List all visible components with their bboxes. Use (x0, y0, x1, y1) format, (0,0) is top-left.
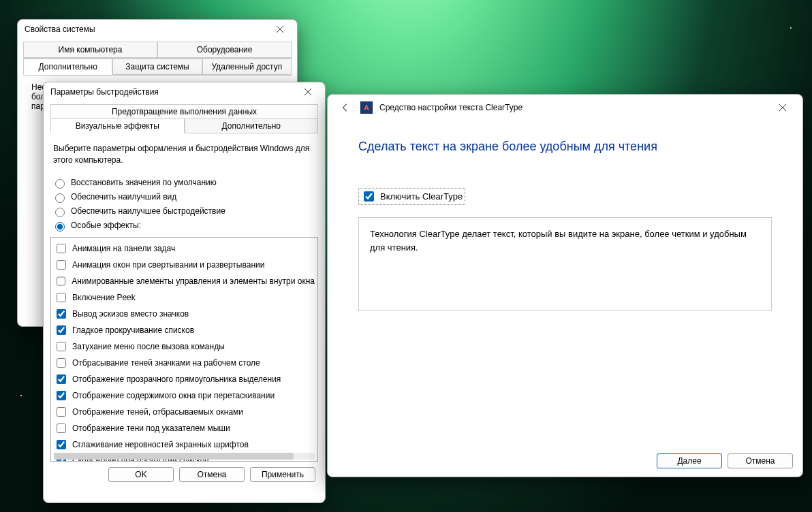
tab-dep[interactable]: Предотвращение выполнения данных (50, 104, 318, 119)
tab-visual-effects[interactable]: Визуальные эффекты (50, 119, 185, 133)
effect-item[interactable]: Отображение теней, отбрасываемых окнами (52, 404, 316, 420)
effect-label: Отбрасывание теней значками на рабочем с… (72, 358, 260, 368)
effect-item[interactable]: Вывод эскизов вместо значков (52, 306, 316, 322)
horizontal-scrollbar[interactable] (54, 453, 315, 460)
cleartype-header: Средство настройки текста ClearType (379, 103, 522, 112)
close-icon (779, 104, 786, 111)
cleartype-icon: A (360, 101, 373, 114)
cancel-button[interactable]: Отмена (728, 453, 793, 468)
effect-label: Сглаживание неровностей экранных шрифтов (72, 440, 249, 449)
effect-label: Отображение теней, отбрасываемых окнами (72, 407, 243, 417)
tab-advanced[interactable]: Дополнительно (185, 119, 319, 133)
effect-label: Анимированные элементы управления и элем… (72, 276, 315, 286)
effect-label: Анимация на панели задач (72, 244, 175, 253)
effect-item[interactable]: Отображение прозрачного прямоугольника в… (52, 371, 316, 387)
cleartype-window: A Средство настройки текста ClearType Сд… (327, 94, 803, 477)
effect-item[interactable]: Отбрасывание теней значками на рабочем с… (52, 355, 316, 371)
performance-options-title: Параметры быстродействия (50, 87, 298, 97)
effect-item[interactable]: Гладкое прокручивание списков (52, 322, 316, 338)
apply-button[interactable]: Применить (250, 467, 315, 482)
effect-label: Анимация окон при свертывании и разверты… (72, 260, 264, 270)
performance-options-window: Параметры быстродействия Предотвращение … (43, 82, 326, 503)
effect-label: Затухание меню после вызова команды (72, 342, 225, 351)
enable-cleartype-checkbox[interactable]: Включить ClearType (358, 188, 465, 205)
perf-description: Выберите параметры оформления и быстроде… (53, 143, 315, 166)
tab-advanced[interactable]: Дополнительно (23, 59, 112, 75)
effect-item[interactable]: Отображение тени под указателем мыши (52, 420, 316, 436)
radio-best-appearance[interactable]: Обеспечить наилучший вид (50, 190, 318, 204)
close-icon (304, 89, 311, 95)
effect-label: Включение Peek (72, 293, 136, 302)
effect-label: Отображение тени под указателем мыши (72, 423, 230, 433)
tab-hardware[interactable]: Оборудование (157, 42, 292, 58)
close-button[interactable] (772, 99, 793, 116)
back-button[interactable] (337, 99, 354, 116)
desktop: Свойства системы Имя компьютера Оборудов… (0, 0, 812, 512)
effect-item[interactable]: Затухание меню после вызова команды (52, 338, 316, 355)
cleartype-heading: Сделать текст на экране более удобным дл… (358, 140, 772, 154)
back-arrow-icon (341, 103, 350, 112)
close-icon (277, 26, 283, 33)
system-properties-title: Свойства системы (25, 25, 270, 34)
ok-button[interactable]: OK (108, 467, 174, 482)
cancel-button[interactable]: Отмена (179, 467, 245, 482)
next-button[interactable]: Далее (657, 453, 722, 468)
radio-best-performance[interactable]: Обеспечить наилучшее быстродействие (50, 204, 318, 219)
effect-item[interactable]: Анимированные элементы управления и элем… (52, 273, 316, 289)
cleartype-description-box: Технология ClearType делает текст, котор… (358, 217, 772, 311)
effect-label: Вывод эскизов вместо значков (72, 309, 189, 319)
close-button[interactable] (298, 84, 318, 100)
tab-computer-name[interactable]: Имя компьютера (23, 42, 157, 58)
effects-list[interactable]: Анимация на панели задачАнимация окон пр… (50, 237, 318, 462)
radio-custom[interactable]: Особые эффекты: (50, 219, 318, 233)
tab-remote-access[interactable]: Удаленный доступ (202, 59, 292, 75)
effect-item[interactable]: Анимация окон при свертывании и разверты… (52, 257, 316, 273)
close-button[interactable] (270, 21, 290, 37)
radio-restore-defaults[interactable]: Восстановить значения по умолчанию (50, 176, 318, 190)
effect-item[interactable]: Отображение содержимого окна при перетас… (52, 387, 316, 404)
effect-label: Гладкое прокручивание списков (72, 325, 194, 335)
effect-item[interactable]: Анимация на панели задач (52, 240, 316, 257)
effects-mode-radios: Восстановить значения по умолчанию Обесп… (50, 176, 318, 233)
effect-item[interactable]: Включение Peek (52, 289, 316, 306)
tab-system-protection[interactable]: Защита системы (112, 59, 202, 75)
effect-item[interactable]: Сглаживание неровностей экранных шрифтов (52, 436, 316, 453)
effect-label: Отображение прозрачного прямоугольника в… (72, 374, 281, 384)
effect-label: Отображение содержимого окна при перетас… (72, 391, 275, 400)
